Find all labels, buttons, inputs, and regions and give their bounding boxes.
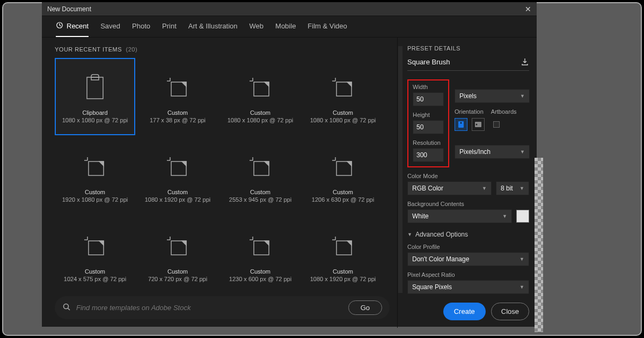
new-document-dialog: New Document ✕ Recent Saved Photo Print … — [42, 2, 537, 327]
preset-name-input[interactable] — [407, 57, 521, 67]
preset-item[interactable]: Custom1024 x 575 px @ 72 ppi — [55, 217, 135, 291]
document-icon — [82, 152, 108, 181]
document-icon — [164, 232, 191, 261]
preset-name: Custom — [250, 189, 270, 195]
tab-label: Web — [250, 22, 264, 30]
create-button[interactable]: Create — [443, 303, 486, 320]
color-profile-value: Don't Color Manage — [412, 255, 469, 263]
tab-photo[interactable]: Photo — [132, 21, 150, 37]
preset-item[interactable]: Custom177 x 38 px @ 72 ppi — [137, 58, 218, 135]
bit-depth-select[interactable]: 8 bit▼ — [496, 181, 529, 195]
background-select[interactable]: White▼ — [407, 209, 512, 223]
resolution-input[interactable] — [413, 148, 444, 162]
preset-item[interactable]: Custom2553 x 945 px @ 72 ppi — [220, 137, 301, 215]
height-input[interactable] — [413, 120, 444, 134]
preset-name: Custom — [85, 268, 105, 275]
tab-label: Photo — [132, 22, 150, 30]
tab-web[interactable]: Web — [250, 21, 264, 37]
preset-dimensions: 1080 x 1080 px @ 72 ppi — [310, 117, 376, 123]
orientation-landscape-button[interactable] — [472, 118, 485, 131]
orientation-label: Orientation — [455, 108, 484, 115]
document-icon — [330, 73, 356, 102]
tab-label: Film & Video — [308, 22, 347, 30]
preset-name: Custom — [333, 268, 353, 275]
orientation-portrait-button[interactable] — [455, 118, 467, 131]
resolution-unit-select[interactable]: Pixels/Inch▼ — [455, 145, 530, 159]
preset-dimensions: 1230 x 600 px @ 72 ppi — [229, 276, 291, 282]
color-mode-select[interactable]: RGB Color▼ — [407, 181, 492, 195]
preset-dimensions: 1024 x 575 px @ 72 ppi — [64, 276, 126, 282]
stock-search-input[interactable] — [76, 304, 348, 312]
document-icon — [164, 73, 191, 102]
tab-label: Mobile — [275, 22, 296, 30]
tab-saved[interactable]: Saved — [100, 21, 120, 37]
advanced-options-toggle[interactable]: ▼ Advanced Options — [407, 231, 529, 238]
category-tabs: Recent Saved Photo Print Art & Illustrat… — [42, 16, 537, 38]
preset-name: Custom — [333, 109, 353, 116]
close-icon[interactable]: ✕ — [525, 5, 531, 13]
tab-label: Recent — [67, 22, 89, 30]
color-mode-label: Color Mode — [407, 173, 529, 179]
tab-mobile[interactable]: Mobile — [275, 21, 296, 37]
import-preset-icon[interactable] — [521, 57, 529, 67]
preset-dimensions: 1080 x 1920 px @ 72 ppi — [145, 196, 210, 203]
preset-item[interactable]: Custom1920 x 1080 px @ 72 ppi — [55, 137, 135, 215]
width-label: Width — [413, 84, 444, 90]
background-label: Background Contents — [407, 201, 529, 207]
preset-name: Custom — [250, 109, 270, 116]
tab-film[interactable]: Film & Video — [308, 21, 347, 37]
transparency-checker — [535, 158, 543, 332]
tab-recent[interactable]: Recent — [56, 21, 89, 37]
tab-print[interactable]: Print — [162, 21, 177, 37]
search-icon — [62, 303, 71, 313]
preset-item[interactable]: Custom1080 x 1920 px @ 72 ppi — [137, 137, 218, 215]
pixel-aspect-value: Square Pixels — [412, 283, 452, 291]
clipboard-icon — [82, 73, 108, 102]
close-button[interactable]: Close — [491, 303, 529, 320]
width-input[interactable] — [413, 92, 444, 106]
color-profile-select[interactable]: Don't Color Manage▼ — [407, 252, 529, 266]
preset-dimensions: 2553 x 945 px @ 72 ppi — [229, 196, 291, 203]
artboards-label: Artboards — [491, 108, 517, 115]
preset-name: Custom — [167, 109, 188, 116]
color-profile-label: Color Profile — [407, 244, 529, 250]
stock-go-button[interactable]: Go — [348, 300, 382, 315]
artboards-checkbox[interactable] — [493, 121, 500, 128]
chevron-down-icon: ▼ — [482, 186, 487, 191]
preset-item[interactable]: Custom1080 x 1080 px @ 72 ppi — [303, 58, 383, 135]
bit-depth-value: 8 bit — [501, 185, 513, 192]
advanced-label: Advanced Options — [415, 231, 468, 238]
width-unit-value: Pixels — [459, 92, 477, 100]
background-swatch[interactable] — [516, 210, 529, 223]
presets-panel: YOUR RECENT ITEMS (20) Clipboard1080 x 1… — [42, 38, 397, 328]
chevron-down-icon: ▼ — [519, 284, 524, 290]
tab-art[interactable]: Art & Illustration — [188, 21, 238, 37]
titlebar: New Document ✕ — [42, 2, 537, 16]
preset-item[interactable]: Custom1080 x 1080 px @ 72 ppi — [220, 58, 301, 135]
resolution-unit-value: Pixels/Inch — [459, 148, 491, 156]
pixel-aspect-label: Pixel Aspect Ratio — [407, 271, 529, 278]
preset-dimensions: 1080 x 1080 px @ 72 ppi — [62, 117, 128, 123]
svg-point-13 — [64, 304, 69, 308]
preset-name: Custom — [167, 268, 188, 275]
width-unit-select[interactable]: Pixels▼ — [455, 89, 530, 103]
chevron-down-icon: ▼ — [407, 232, 412, 237]
chevron-down-icon: ▼ — [519, 256, 524, 262]
recent-count: (20) — [126, 46, 138, 53]
svg-rect-1 — [87, 77, 103, 99]
preset-item[interactable]: Clipboard1080 x 1080 px @ 72 ppi — [55, 58, 135, 135]
preset-item[interactable]: Custom1080 x 1920 px @ 72 ppi — [303, 217, 383, 291]
preset-dimensions: 720 x 720 px @ 72 ppi — [148, 276, 207, 282]
pixel-aspect-select[interactable]: Square Pixels▼ — [407, 280, 529, 294]
document-icon — [247, 152, 274, 181]
preset-grid: Clipboard1080 x 1080 px @ 72 ppiCustom17… — [55, 58, 397, 291]
preset-item[interactable]: Custom720 x 720 px @ 72 ppi — [137, 217, 218, 291]
tab-label: Print — [162, 22, 177, 30]
preset-name: Custom — [85, 189, 105, 195]
preset-item[interactable]: Custom1206 x 630 px @ 72 ppi — [303, 137, 383, 215]
document-icon — [247, 73, 274, 102]
chevron-down-icon: ▼ — [520, 149, 525, 155]
document-icon — [164, 152, 191, 181]
preset-item[interactable]: Custom1230 x 600 px @ 72 ppi — [220, 217, 301, 291]
details-heading: PRESET DETAILS — [407, 45, 529, 52]
